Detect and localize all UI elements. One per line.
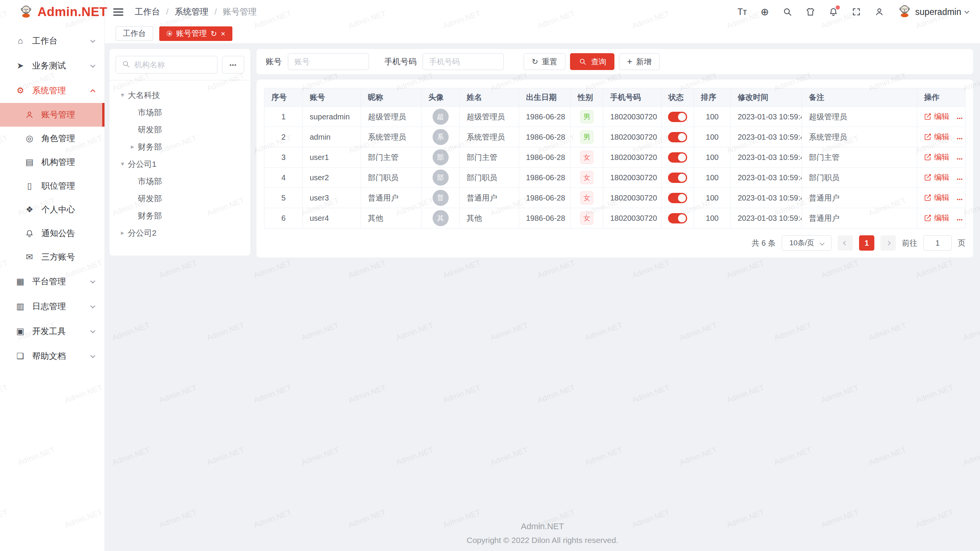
- search-icon: [122, 60, 130, 69]
- sidebar-item-label: 账号管理: [41, 109, 92, 121]
- column-header-10: 修改时间: [731, 88, 802, 107]
- sidebar-item-label: 三方账号: [41, 251, 95, 263]
- row-more-button[interactable]: •••: [957, 217, 963, 223]
- tree-node[interactable]: ▾分公司1: [116, 155, 244, 173]
- sidebar-item-profile-center[interactable]: ❖个人中心: [0, 198, 105, 222]
- reset-button[interactable]: ↻ 重置: [524, 53, 565, 70]
- profile-person-icon[interactable]: [875, 7, 884, 16]
- fullscreen-icon[interactable]: [852, 7, 861, 16]
- tab-workbench[interactable]: 工作台: [116, 26, 153, 41]
- sidebar-item-position-manage[interactable]: ▯职位管理: [0, 174, 105, 198]
- row-more-button[interactable]: •••: [957, 156, 963, 162]
- add-button[interactable]: + 新增: [619, 53, 660, 70]
- gender-tag: 男: [580, 130, 593, 143]
- language-icon[interactable]: ⊕: [761, 7, 769, 17]
- edit-button[interactable]: 编辑: [924, 213, 949, 223]
- status-toggle[interactable]: [668, 173, 687, 183]
- account-label: 账号: [266, 56, 282, 67]
- tree-node[interactable]: 市场部: [116, 104, 244, 121]
- column-header-7: 手机号码: [603, 88, 662, 107]
- breadcrumb-item[interactable]: 账号管理: [223, 6, 256, 18]
- page-size-select[interactable]: 10条/页: [782, 235, 831, 251]
- tab-refresh-icon[interactable]: ↻: [211, 30, 217, 37]
- tree-expanded-icon[interactable]: ▾: [117, 160, 128, 168]
- tree-node-label: 财务部: [138, 210, 162, 221]
- sidebar-item-help-docs[interactable]: ❏帮助文档: [0, 344, 105, 368]
- tree-node[interactable]: 研发部: [116, 190, 244, 207]
- tab-active-dot-icon: [167, 31, 172, 36]
- edit-button[interactable]: 编辑: [924, 152, 949, 162]
- tree-node[interactable]: 财务部: [116, 207, 244, 224]
- search-icon[interactable]: [783, 7, 792, 16]
- sidebar-item-label: 帮助文档: [32, 350, 91, 362]
- goto-label: 前往: [902, 238, 917, 248]
- tab-close-icon[interactable]: ×: [221, 30, 225, 37]
- tree-collapsed-icon[interactable]: ▸: [117, 229, 128, 237]
- org-tree: ▾大名科技市场部研发部▸财务部▾分公司1市场部研发部财务部▸分公司2: [116, 86, 244, 241]
- edit-button[interactable]: 编辑: [924, 172, 949, 183]
- prev-page-button[interactable]: [838, 235, 853, 251]
- sidebar-item-third-party-account[interactable]: ✉三方账号: [0, 245, 105, 269]
- tree-node[interactable]: ▾大名科技: [116, 86, 244, 104]
- theme-icon[interactable]: [806, 7, 815, 16]
- org-search-box: [116, 56, 217, 73]
- row-more-button[interactable]: •••: [957, 116, 963, 121]
- notification-bell-icon[interactable]: [829, 7, 838, 16]
- column-header-4: 姓名: [460, 88, 519, 107]
- edit-button[interactable]: 编辑: [924, 111, 949, 122]
- avatar: 系: [433, 129, 449, 145]
- edit-button[interactable]: 编辑: [924, 132, 949, 142]
- sidebar-item-label: 机构管理: [41, 156, 95, 168]
- avatar: 部: [433, 149, 449, 165]
- phone-input[interactable]: [423, 53, 504, 70]
- sidebar-item-log-manage[interactable]: ▥日志管理: [0, 294, 105, 319]
- tree-more-button[interactable]: •••: [222, 56, 244, 73]
- current-page-button[interactable]: 1: [859, 235, 874, 251]
- breadcrumb-item[interactable]: 系统管理: [175, 6, 208, 18]
- tree-node[interactable]: 研发部: [116, 121, 244, 138]
- sidebar-item-notice[interactable]: 通知公告: [0, 222, 105, 245]
- edit-button[interactable]: 编辑: [924, 192, 949, 203]
- sidebar-item-org-manage[interactable]: ▤机构管理: [0, 150, 105, 174]
- tree-node[interactable]: ▸财务部: [116, 138, 244, 155]
- user-menu[interactable]: superadmin: [898, 4, 969, 20]
- tree-node[interactable]: 市场部: [116, 173, 244, 190]
- status-toggle[interactable]: [668, 213, 687, 223]
- sidebar-item-platform-manage[interactable]: ▦平台管理: [0, 269, 105, 294]
- collapse-menu-icon[interactable]: [113, 8, 123, 16]
- row-more-button[interactable]: •••: [957, 197, 963, 202]
- search-icon: [579, 58, 586, 65]
- sidebar-item-account-manage[interactable]: 账号管理: [0, 103, 105, 127]
- status-toggle[interactable]: [668, 152, 687, 163]
- breadcrumb-item[interactable]: 工作台: [135, 6, 160, 18]
- sidebar-item-dev-tools[interactable]: ▣开发工具: [0, 319, 105, 344]
- pagination: 共 6 条 10条/页 1 前往 页: [264, 235, 965, 251]
- font-size-icon[interactable]: Tт: [737, 8, 747, 16]
- tree-node[interactable]: ▸分公司2: [116, 224, 244, 241]
- chevron-right-icon: [886, 241, 891, 246]
- status-toggle[interactable]: [668, 132, 687, 142]
- tree-node-label: 大名科技: [128, 90, 160, 101]
- sidebar-item-workbench[interactable]: ⌂工作台: [0, 28, 105, 53]
- org-search-input[interactable]: [134, 60, 212, 69]
- query-button[interactable]: 查询: [570, 53, 614, 70]
- status-toggle[interactable]: [668, 193, 687, 203]
- brand-logo[interactable]: Admin.NET: [0, 0, 105, 24]
- status-toggle[interactable]: [668, 112, 687, 122]
- sidebar-item-label: 系统管理: [32, 85, 91, 96]
- goto-page-input[interactable]: [923, 235, 952, 251]
- tab-account-manage[interactable]: 账号管理 ↻ ×: [159, 26, 232, 41]
- sidebar-item-role-manage[interactable]: ◎角色管理: [0, 127, 105, 150]
- breadcrumb-separator: /: [166, 7, 168, 17]
- sidebar-item-business-test[interactable]: ➤业务测试: [0, 53, 105, 78]
- tree-collapsed-icon[interactable]: ▸: [127, 143, 138, 151]
- sidebar-item-label: 通知公告: [41, 228, 95, 239]
- row-more-button[interactable]: •••: [957, 177, 963, 182]
- position-icon: ▯: [24, 181, 35, 191]
- sidebar-item-system-manage[interactable]: ⚙系统管理: [0, 78, 105, 103]
- tree-expanded-icon[interactable]: ▾: [117, 91, 128, 99]
- row-more-button[interactable]: •••: [957, 136, 963, 142]
- sidebar-item-label: 个人中心: [41, 204, 95, 215]
- account-input[interactable]: [288, 53, 369, 70]
- next-page-button[interactable]: [880, 235, 896, 251]
